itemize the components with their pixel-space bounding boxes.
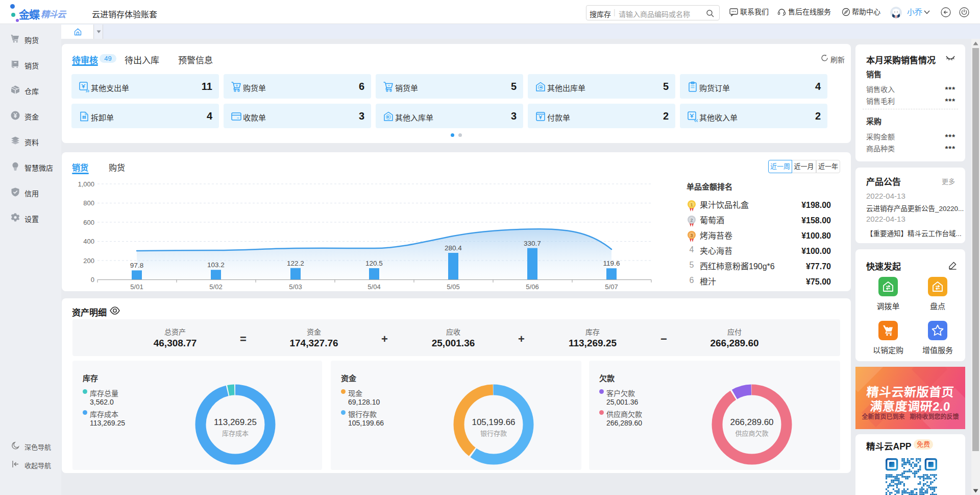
svg-text:280.4: 280.4 xyxy=(445,244,462,252)
svg-text:103.2: 103.2 xyxy=(207,261,225,269)
svg-text:2: 2 xyxy=(690,218,693,223)
svg-text:1,000: 1,000 xyxy=(78,180,94,188)
svg-text:120.5: 120.5 xyxy=(365,260,383,267)
svg-text:3: 3 xyxy=(690,233,693,238)
svg-text:5/02: 5/02 xyxy=(209,283,222,291)
svg-text:105,199.66: 105,199.66 xyxy=(472,417,515,427)
svg-text:银行存款: 银行存款 xyxy=(480,430,507,437)
svg-text:800: 800 xyxy=(83,199,94,207)
svg-text:6: 6 xyxy=(690,276,694,285)
svg-text:4: 4 xyxy=(690,245,694,254)
svg-text:5: 5 xyxy=(690,261,694,269)
svg-text:5/06: 5/06 xyxy=(526,283,538,291)
svg-text:400: 400 xyxy=(83,238,94,245)
svg-text:1: 1 xyxy=(690,202,693,207)
svg-text:122.2: 122.2 xyxy=(287,260,304,267)
svg-text:库存成本: 库存成本 xyxy=(222,430,249,437)
svg-text:5/07: 5/07 xyxy=(605,283,618,291)
svg-text:97.8: 97.8 xyxy=(130,262,143,269)
svg-text:5/03: 5/03 xyxy=(289,283,302,291)
svg-text:200: 200 xyxy=(83,257,94,265)
svg-text:5/04: 5/04 xyxy=(368,283,380,291)
svg-text:330.7: 330.7 xyxy=(524,240,541,247)
svg-text:供应商欠款: 供应商欠款 xyxy=(735,430,768,437)
svg-text:5/01: 5/01 xyxy=(130,283,143,291)
svg-text:5/05: 5/05 xyxy=(447,283,459,291)
svg-text:119.6: 119.6 xyxy=(603,260,620,267)
svg-text:0: 0 xyxy=(91,276,94,284)
svg-text:600: 600 xyxy=(83,219,94,226)
svg-text:266,289.60: 266,289.60 xyxy=(730,417,773,427)
svg-text:113,269.25: 113,269.25 xyxy=(214,417,257,427)
